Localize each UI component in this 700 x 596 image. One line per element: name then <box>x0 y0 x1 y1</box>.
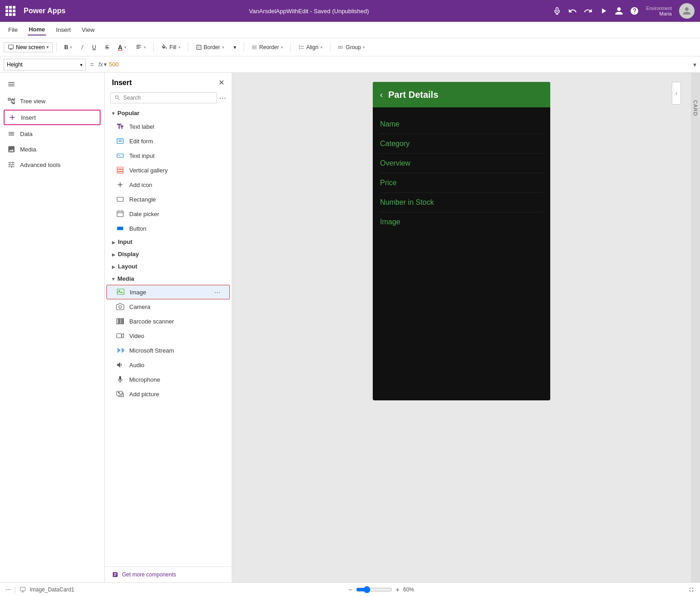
insert-label: Insert <box>21 114 36 121</box>
field-category: Category <box>380 134 543 154</box>
more-button[interactable]: ▾ <box>230 41 240 54</box>
component-name: Image_DataCard1 <box>30 586 74 593</box>
back-button[interactable]: ‹ <box>380 90 383 100</box>
environment-user: Maria <box>659 11 672 16</box>
search-input[interactable] <box>123 95 213 101</box>
insert-item-image[interactable]: Image ⋯ <box>107 285 230 299</box>
section-popular[interactable]: Popular <box>105 107 232 119</box>
microphone-item: Microphone <box>129 376 160 383</box>
toolbar-sep-5 <box>290 43 291 52</box>
image-more-button[interactable]: ⋯ <box>214 289 220 296</box>
fill-button[interactable]: Fill ▾ <box>157 41 184 54</box>
bold-button[interactable]: B ▾ <box>61 41 76 54</box>
sidebar-item-media[interactable]: Media <box>0 141 104 157</box>
reorder-button[interactable]: Reorder ▾ <box>248 41 287 54</box>
menu-home[interactable]: Home <box>28 24 46 35</box>
insert-search-area: ⋯ <box>105 91 232 107</box>
vertical-gallery-item: Vertical gallery <box>129 167 168 174</box>
insert-item-add-picture[interactable]: Add picture <box>105 387 232 401</box>
stethoscope-icon[interactable] <box>553 6 562 15</box>
font-color-button[interactable]: A ▾ <box>114 41 130 54</box>
expand-icon[interactable] <box>688 586 695 593</box>
insert-search-box[interactable] <box>110 92 217 103</box>
rectangle-item: Rectangle <box>129 196 156 203</box>
field-number-in-stock: Number in Stock <box>380 193 543 212</box>
hamburger-menu[interactable] <box>0 76 104 93</box>
right-side-tab[interactable]: CARD <box>691 73 700 582</box>
zoom-slider[interactable] <box>356 586 392 593</box>
get-more-components-label: Get more components <box>122 571 176 578</box>
section-layout[interactable]: Layout <box>105 260 232 273</box>
zoom-plus-button[interactable]: + <box>396 586 400 593</box>
insert-item-add-icon[interactable]: Add icon <box>105 177 232 192</box>
media-label: Media <box>20 146 36 153</box>
toolbar-sep-3 <box>188 43 188 52</box>
play-icon[interactable] <box>599 6 608 15</box>
insert-item-button[interactable]: Button <box>105 221 232 236</box>
collapse-button[interactable]: › <box>672 82 681 105</box>
section-media[interactable]: Media <box>105 273 232 285</box>
insert-item-vertical-gallery[interactable]: Vertical gallery <box>105 163 232 177</box>
audio-icon <box>116 360 125 369</box>
insert-item-rectangle[interactable]: Rectangle <box>105 192 232 207</box>
gallery-icon <box>116 166 125 175</box>
menu-file[interactable]: File <box>7 25 19 35</box>
insert-item-video[interactable]: Video <box>105 328 232 343</box>
sidebar-item-advanced-tools[interactable]: Advanced tools <box>0 157 104 172</box>
menu-view[interactable]: View <box>81 25 96 35</box>
insert-item-microphone[interactable]: Microphone <box>105 372 232 387</box>
toolbar: New screen ▾ B ▾ / U S A ▾ ▾ Fill ▾ Bord… <box>0 38 700 56</box>
insert-close-button[interactable]: ✕ <box>218 78 224 87</box>
svg-rect-6 <box>117 167 123 169</box>
bottom-dots-menu[interactable]: ⋯ <box>5 586 11 593</box>
sidebar-item-insert[interactable]: Insert <box>4 110 101 125</box>
phone-header: ‹ Part Details <box>373 82 550 107</box>
insert-item-text-label[interactable]: Text label <box>105 119 232 134</box>
menu-insert[interactable]: Insert <box>55 25 72 35</box>
microphone-icon <box>116 375 125 384</box>
help-icon[interactable] <box>630 6 639 15</box>
sidebar-item-data[interactable]: Data <box>0 126 104 141</box>
button-item: Button <box>129 225 147 232</box>
formula-input[interactable] <box>109 61 691 68</box>
svg-rect-20 <box>120 318 121 324</box>
property-dropdown[interactable]: Height <box>4 59 86 71</box>
waffle-icon[interactable] <box>5 6 15 16</box>
section-input[interactable]: Input <box>105 236 232 248</box>
sidebar-item-tree-view[interactable]: Tree view <box>0 93 104 109</box>
bottom-left: ⋯ | Image_DataCard1 <box>5 586 74 593</box>
insert-item-camera[interactable]: Camera <box>105 299 232 314</box>
insert-item-barcode-scanner[interactable]: Barcode scanner <box>105 314 232 328</box>
align-button[interactable]: ▾ <box>132 41 150 54</box>
new-screen-button[interactable]: New screen ▾ <box>4 42 53 52</box>
underline-button[interactable]: U <box>88 41 100 54</box>
strikethrough-button[interactable]: S <box>101 41 112 54</box>
svg-rect-18 <box>117 318 118 324</box>
redo-icon[interactable] <box>583 6 593 15</box>
insert-item-audio[interactable]: Audio <box>105 358 232 372</box>
insert-item-microsoft-stream[interactable]: Microsoft Stream <box>105 343 232 358</box>
get-more-components[interactable]: Get more components <box>105 566 232 582</box>
audio-item: Audio <box>129 362 144 369</box>
group-button[interactable]: Group ▾ <box>334 41 369 54</box>
svg-rect-9 <box>117 197 123 202</box>
insert-item-text-input[interactable]: Text input <box>105 148 232 163</box>
text-label-item: Text label <box>129 123 154 130</box>
insert-item-date-picker[interactable]: Date picker <box>105 207 232 221</box>
svg-rect-22 <box>123 318 124 324</box>
search-more-button[interactable]: ⋯ <box>219 94 226 102</box>
svg-rect-23 <box>117 334 122 338</box>
zoom-minus-button[interactable]: − <box>348 586 352 593</box>
user-avatar[interactable] <box>679 3 695 19</box>
person-icon[interactable] <box>614 6 624 15</box>
bottom-bar: ⋯ | Image_DataCard1 − + 60% <box>0 582 700 596</box>
section-display[interactable]: Display <box>105 248 232 260</box>
undo-icon[interactable] <box>568 6 577 15</box>
date-picker-item: Date picker <box>129 211 159 217</box>
italic-button[interactable]: / <box>78 41 86 54</box>
insert-item-edit-form[interactable]: Edit form <box>105 134 232 148</box>
formula-expand-button[interactable]: ▾ <box>693 61 696 68</box>
align-layout-button[interactable]: Align ▾ <box>294 41 326 54</box>
border-button[interactable]: Border ▾ <box>192 41 228 54</box>
advanced-tools-icon <box>7 161 15 169</box>
